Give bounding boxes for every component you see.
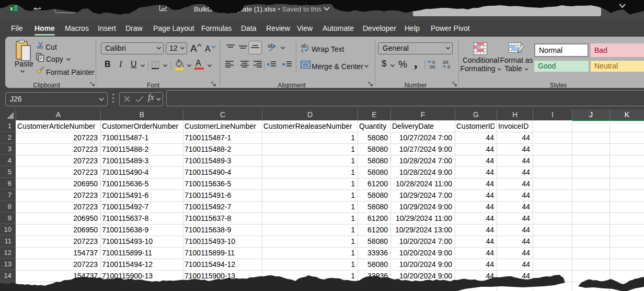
svg-text:c: c — [301, 48, 304, 53]
svg-text:0: 0 — [447, 64, 450, 69]
svg-text:X: X — [10, 6, 13, 12]
svg-text:.00: .00 — [429, 64, 435, 69]
